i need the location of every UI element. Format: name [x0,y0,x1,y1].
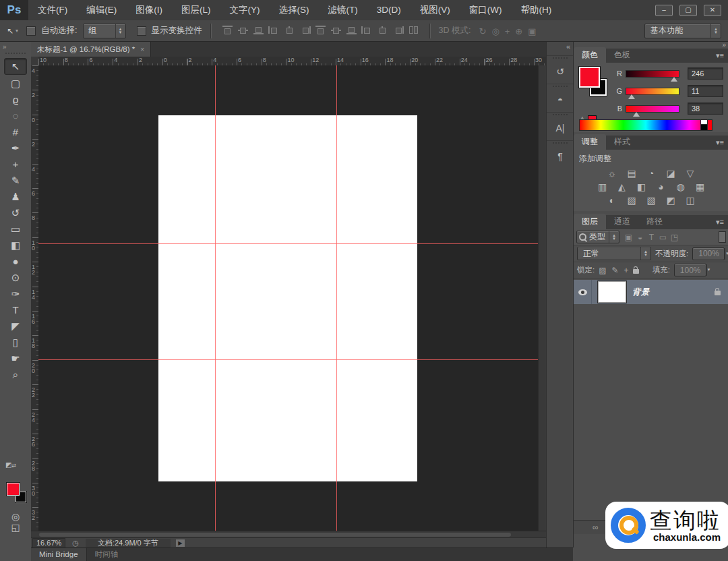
toolbar-grip[interactable] [5,53,26,57]
horizontal-ruler[interactable]: 108642024681012141618202224262830 [38,57,546,66]
gradient-map-icon[interactable]: ◩ [663,194,678,206]
canvas-viewport[interactable] [38,65,538,531]
lock-transparent-icon[interactable]: ▨ [599,266,606,275]
color-lookup-icon[interactable]: ▦ [693,181,708,193]
filter-type-layers-icon[interactable]: T [646,233,657,242]
color-balance-icon[interactable]: ◭ [615,181,630,193]
filter-adjustment-layers-icon[interactable]: ◒ [634,233,646,242]
channel-value-R[interactable]: 246 [688,67,723,80]
hue-saturation-icon[interactable]: ▥ [595,181,610,193]
properties-panel-icon[interactable]: ◓ [551,92,569,108]
channel-slider-R[interactable] [626,70,679,78]
brightness-contrast-icon[interactable]: ☼ [605,167,619,179]
eraser-tool[interactable]: ▭ [5,221,26,237]
lock-position-icon[interactable]: + [624,266,629,275]
menu-item-窗口W[interactable]: 窗口(W) [460,0,512,20]
adjustments-tab-样式[interactable]: 样式 [606,134,638,150]
auto-select-checkbox[interactable] [26,26,36,36]
menu-item-图像I[interactable]: 图像(I) [126,0,172,20]
eyedropper-tool[interactable]: ✒ [5,140,26,156]
menu-item-编辑E[interactable]: 编辑(E) [77,0,126,20]
screen-mode-icon[interactable]: ◱ [0,522,31,533]
status-arrow-button[interactable]: ▶ [176,539,185,547]
blur-tool[interactable]: ● [5,254,26,269]
color-tab-颜色[interactable]: 颜色 [574,47,606,63]
layer-thumbnail[interactable] [598,281,626,303]
timeline-tab[interactable]: 时间轴 [87,548,127,561]
fill-select[interactable]: 100% ▼ [674,264,706,276]
history-panel-icon[interactable]: ↺ [551,63,569,80]
default-colors-icon[interactable]: ◩⇄ [5,461,16,469]
lasso-tool[interactable]: ϱ [5,92,26,107]
quick-selection-tool[interactable]: ◌ [5,108,26,123]
layers-tab-通道[interactable]: 通道 [606,214,638,229]
gradient-tool[interactable]: ◧ [5,237,26,253]
filter-toggle-switch[interactable] [719,231,726,243]
tool-preset-dropdown[interactable]: ↖ ▾ [4,26,21,36]
channel-value-B[interactable]: 38 [688,102,723,115]
crop-tool[interactable]: # [5,124,26,140]
document-canvas[interactable] [158,115,417,481]
history-brush-tool[interactable]: ↺ [5,205,26,220]
opacity-select[interactable]: 100% ▼ [692,247,725,260]
toolbar-collapse-icon[interactable]: » [0,42,31,52]
layers-tab-路径[interactable]: 路径 [638,214,671,229]
foreground-color-swatch[interactable] [7,483,20,496]
foreground-color-swatch[interactable] [579,67,600,88]
levels-icon[interactable]: ▤ [624,167,639,179]
dock-grip[interactable] [553,114,568,118]
adjustments-tab-调整[interactable]: 调整 [574,134,606,150]
channel-slider-B[interactable] [626,105,679,113]
menu-item-滤镜T[interactable]: 滤镜(T) [319,0,367,20]
layer-visibility-toggle[interactable] [574,280,592,304]
character-panel-icon[interactable]: A| [551,120,569,136]
blend-mode-select[interactable]: 正常 ▲▼ [577,247,651,260]
show-transform-checkbox[interactable] [137,26,146,36]
menu-item-视图V[interactable]: 视图(V) [411,0,460,20]
dodge-tool[interactable]: ⊙ [5,270,26,285]
type-tool[interactable]: T [5,302,26,318]
minimize-button[interactable]: – [655,5,673,16]
path-selection-tool[interactable]: ◤ [5,318,26,334]
slider-thumb[interactable] [671,77,677,82]
rectangle-tool[interactable]: ▯ [5,334,26,350]
auto-select-target-select[interactable]: 组 ▲▼ [83,24,126,38]
lock-pixels-icon[interactable]: ✎ [612,266,619,275]
quick-mask-icon[interactable]: ◎ [0,511,31,522]
spot-healing-brush-tool[interactable]: + [5,156,26,172]
color-spectrum-bar[interactable] [579,119,712,131]
scrollbar-thumb[interactable] [39,533,511,537]
layer-filter-select[interactable]: 类型 ▲▼ [576,231,619,243]
black-white-icon[interactable]: ◧ [634,181,649,193]
filter-shape-layers-icon[interactable]: ▭ [657,233,669,242]
paragraph-panel-icon[interactable]: ¶ [551,148,569,165]
menu-item-文件F[interactable]: 文件(F) [28,0,77,20]
exposure-icon[interactable]: ◪ [663,167,678,179]
brush-tool[interactable]: ✎ [5,173,26,188]
move-tool[interactable]: ↖ [4,58,27,75]
maximize-button[interactable]: ▢ [679,5,697,16]
slider-thumb[interactable] [628,94,635,99]
lock-all-icon[interactable] [633,269,639,274]
curves-icon[interactable]: ◔ [644,167,659,179]
black-swatch[interactable] [700,124,708,131]
menu-item-图层L[interactable]: 图层(L) [172,0,220,20]
filter-pixel-layers-icon[interactable]: ▣ [623,233,634,242]
dock-grip[interactable] [553,57,568,61]
channel-value-G[interactable]: 11 [688,85,723,97]
panel-menu-icon[interactable]: ▾≡ [711,218,728,229]
color-tab-色板[interactable]: 色板 [606,47,638,63]
dock-grip[interactable] [553,86,568,90]
selective-color-icon[interactable]: ◫ [683,194,698,206]
close-tab-icon[interactable]: × [140,46,144,53]
pen-tool[interactable]: ✑ [5,286,26,301]
hand-tool[interactable]: ☛ [5,351,26,366]
panel-menu-icon[interactable]: ▾≡ [711,138,728,150]
photo-filter-icon[interactable]: ◕ [654,181,669,193]
invert-icon[interactable]: ◐ [605,194,619,206]
slider-thumb[interactable] [633,112,640,117]
dock-grip[interactable] [553,142,568,146]
rectangular-marquee-tool[interactable]: ▢ [5,76,26,91]
threshold-icon[interactable]: ▧ [644,194,659,206]
zoom-tool[interactable]: ⌕ [5,367,26,382]
